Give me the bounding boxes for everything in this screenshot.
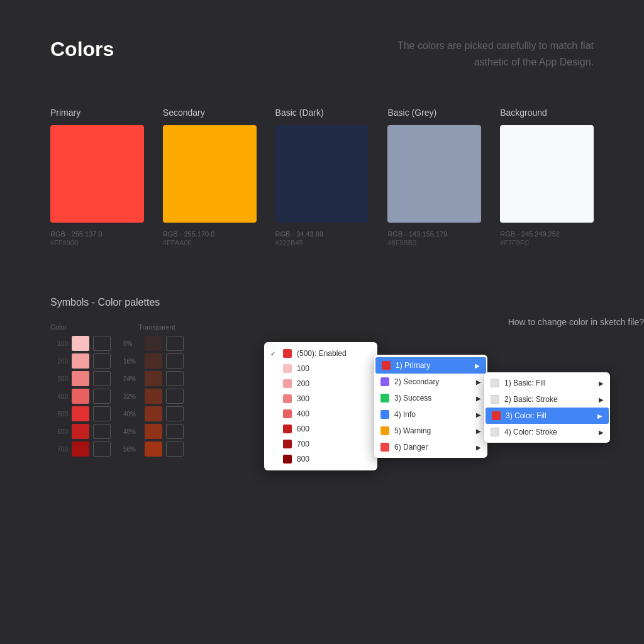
- color-swatch: [163, 125, 257, 223]
- trans-swatch-outline: [166, 389, 184, 404]
- color-swatch: [387, 125, 481, 223]
- color-rgb: RGB - 34.43.69: [275, 230, 369, 238]
- submenu1-label: 3) Success: [394, 394, 431, 402]
- swatch-box-outline: [93, 389, 111, 404]
- dropdown-item[interactable]: 800: [264, 452, 377, 467]
- submenu1-item[interactable]: 2) Secondary ▶: [374, 374, 487, 390]
- dropdown-item[interactable]: 100: [264, 361, 377, 376]
- submenu1-label: 1) Primary: [396, 361, 430, 370]
- dropdown-item[interactable]: 700: [264, 436, 377, 452]
- trans-swatch-outline: [166, 424, 184, 439]
- palette-row: 400 32%: [50, 389, 239, 404]
- submenu1-arrow: ▶: [476, 395, 481, 402]
- color-item: Basic (Dark) RGB - 34.43.69 #222B45: [275, 108, 369, 247]
- page-title: Colors: [50, 38, 114, 61]
- swatch-box-filled: [72, 424, 89, 439]
- dropdown-item-text: 700: [297, 440, 371, 448]
- submenu1-color: [380, 377, 389, 386]
- submenu1-arrow: ▶: [475, 362, 480, 369]
- color-rgb: RGB - 143.155.179: [387, 230, 481, 238]
- dropdown-color-dot: [283, 440, 292, 448]
- dropdown-item[interactable]: 600: [264, 421, 377, 436]
- dropdown-color-dot: [283, 425, 292, 433]
- submenu1-color: [380, 426, 389, 435]
- swatch-box-filled: [72, 336, 89, 351]
- submenu2-arrow: ▶: [599, 380, 604, 387]
- submenu1-label: 4) Info: [394, 410, 416, 419]
- submenu2-item[interactable]: 4) Color: Stroke ▶: [484, 424, 610, 440]
- dropdown-item-text: 200: [297, 379, 371, 388]
- submenu2-label: 1) Basic: Fill: [504, 379, 545, 387]
- color-section: Primary RGB - 255.137.0 #FF8900 Secondar…: [50, 108, 594, 247]
- submenu1-item[interactable]: 1) Primary ▶: [375, 357, 486, 374]
- trans-percent: 40%: [123, 411, 141, 418]
- palette-rows: 100 8% 200 16% 300 24% 400 32% 500 40% 6…: [50, 336, 239, 457]
- dropdown-color-dot: [283, 364, 292, 373]
- dropdown-color-dot: [283, 349, 292, 358]
- palette-row: 700 56%: [50, 441, 239, 457]
- header: Colors The colors are picked carefullly …: [50, 38, 594, 70]
- dropdown-item-text: 100: [297, 364, 371, 373]
- submenu-2[interactable]: 1) Basic: Fill ▶ 2) Basic: Stroke ▶ 3) C…: [484, 372, 610, 443]
- swatch-box-filled: [72, 371, 89, 386]
- swatch-box-outline: [93, 441, 111, 457]
- color-item-label: Primary: [50, 108, 144, 118]
- dropdown-color-dot: [283, 394, 292, 403]
- dropdown-color-dot: [283, 379, 292, 388]
- submenu1-item[interactable]: 5) Warning ▶: [374, 423, 487, 439]
- row-num: 100: [50, 340, 68, 347]
- dropdown-color-dot: [283, 409, 292, 418]
- submenu1-label: 5) Warning: [394, 426, 431, 435]
- dropdown-item[interactable]: 200: [264, 376, 377, 391]
- submenu2-arrow: ▶: [597, 413, 602, 419]
- submenu1-item[interactable]: 4) Info ▶: [374, 406, 487, 423]
- swatch-box-filled: [72, 353, 89, 369]
- submenu1-item[interactable]: 6) Danger ▶: [374, 439, 487, 455]
- color-item: Background RGB - 245.249.252 #F7F9FC: [500, 108, 594, 247]
- trans-swatch-filled: [145, 406, 162, 421]
- dropdown-item-text: 600: [297, 425, 371, 433]
- palette-header: Color Transparent: [50, 323, 239, 331]
- submenu2-item[interactable]: 2) Basic: Stroke ▶: [484, 391, 610, 408]
- trans-swatch-filled: [145, 336, 162, 351]
- how-to-text: How to change color in sketch file?: [508, 317, 644, 327]
- trans-swatch-outline: [166, 336, 184, 351]
- submenu2-arrow: ▶: [599, 396, 604, 403]
- dropdown-item[interactable]: 300: [264, 391, 377, 406]
- col-color-label: Color: [50, 323, 119, 331]
- symbols-content: Color Transparent 100 8% 200 16% 300 24%…: [50, 323, 594, 459]
- swatch-box-outline: [93, 336, 111, 351]
- header-subtitle: The colors are picked carefullly to matc…: [392, 38, 594, 70]
- submenu2-color: [491, 395, 499, 404]
- dropdown-primary[interactable]: ✓ (500): Enabled 100 200 300 400 600 700…: [264, 342, 377, 470]
- submenu2-item[interactable]: 1) Basic: Fill ▶: [484, 375, 610, 391]
- dropdown-item[interactable]: 400: [264, 406, 377, 421]
- trans-swatch-filled: [145, 424, 162, 439]
- submenu2-color: [491, 428, 499, 436]
- submenu1-color: [382, 361, 391, 370]
- submenu2-label: 2) Basic: Stroke: [504, 395, 558, 404]
- color-item-label: Secondary: [163, 108, 257, 118]
- submenu1-item[interactable]: 3) Success ▶: [374, 390, 487, 406]
- dropdown-item[interactable]: ✓ (500): Enabled: [264, 346, 377, 361]
- color-item: Secondary RGB - 255.170.0 #FFAA00: [163, 108, 257, 247]
- submenu1-color: [380, 394, 389, 402]
- submenu1-arrow: ▶: [476, 444, 481, 451]
- color-hex: #FFAA00: [163, 239, 257, 247]
- submenu-1[interactable]: 1) Primary ▶ 2) Secondary ▶ 3) Success ▶…: [374, 355, 487, 458]
- palette-table: Color Transparent 100 8% 200 16% 300 24%…: [50, 323, 239, 459]
- trans-swatch-filled: [145, 389, 162, 404]
- submenu1-label: 6) Danger: [394, 443, 428, 452]
- dropdown-item-text: (500): Enabled: [297, 349, 371, 358]
- submenu2-label: 4) Color: Stroke: [504, 428, 557, 436]
- color-hex: #F7F9FC: [500, 239, 594, 247]
- color-swatch: [500, 125, 594, 223]
- page-container: Colors The colors are picked carefullly …: [0, 0, 644, 516]
- color-rgb: RGB - 245.249.252: [500, 230, 594, 238]
- submenu1-arrow: ▶: [476, 379, 481, 386]
- submenu2-item[interactable]: 3) Color: Fill ▶: [486, 408, 609, 424]
- color-item: Primary RGB - 255.137.0 #FF8900: [50, 108, 144, 247]
- trans-swatch-outline: [166, 353, 184, 369]
- submenu2-color: [491, 379, 499, 387]
- color-hex: #8F9BB3: [387, 239, 481, 247]
